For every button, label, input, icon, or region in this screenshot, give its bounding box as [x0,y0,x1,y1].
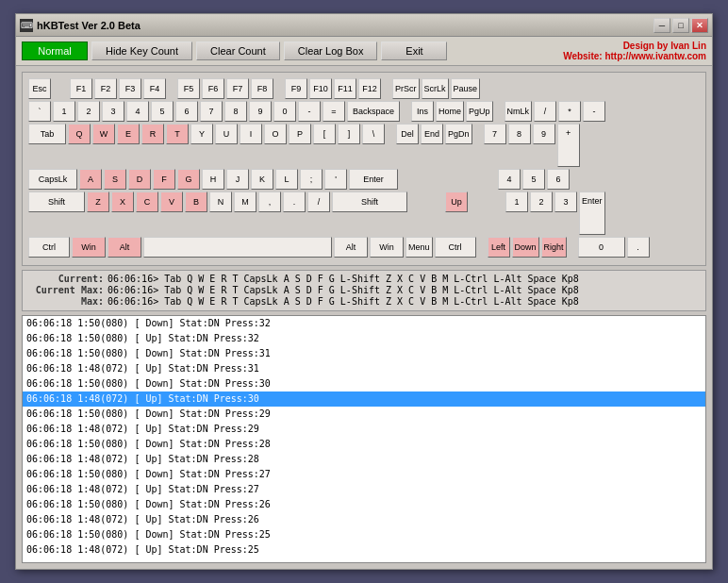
log-line[interactable]: 06:06:18 1:50(080) [ Down] Stat:DN Press… [23,497,705,512]
log-line[interactable]: 06:06:18 1:50(080) [ Down] Stat:DN Press… [23,346,705,361]
key-num-dot[interactable]: . [627,237,650,258]
key-shift-left[interactable]: Shift [28,192,85,212]
key-5[interactable]: 5 [151,101,174,122]
key-equals[interactable]: = [323,101,345,122]
key-f10[interactable]: F10 [309,78,332,99]
key-backslash[interactable]: \ [362,124,385,144]
key-minus[interactable]: - [298,101,321,122]
key-num4[interactable]: 4 [498,169,521,190]
key-f[interactable]: F [153,169,175,190]
clear-log-box-button[interactable]: Clear Log Box [284,42,378,60]
key-num3[interactable]: 3 [554,192,577,212]
clear-count-button[interactable]: Clear Count [196,42,280,60]
log-line[interactable]: 06:06:18 1:48(072) [ Up] Stat:DN Press:2… [23,452,705,467]
key-ins[interactable]: Ins [411,101,434,122]
key-pgup[interactable]: PgUp [466,101,493,122]
key-num7[interactable]: 7 [484,124,506,144]
key-m[interactable]: M [234,192,256,212]
key-2[interactable]: 2 [77,101,100,122]
log-line[interactable]: 06:06:18 1:50(080) [ Up] Stat:DN Press:3… [23,331,705,346]
key-6[interactable]: 6 [175,101,198,122]
log-line[interactable]: 06:06:18 1:48(072) [ Up] Stat:DN Press:2… [23,512,705,527]
key-f8[interactable]: F8 [251,78,273,99]
key-right[interactable]: Right [541,237,567,258]
key-l[interactable]: L [275,169,298,190]
key-numlk[interactable]: NmLk [505,101,533,122]
key-backspace[interactable]: Backspace [347,101,400,122]
key-r[interactable]: R [141,124,164,144]
key-alt-left[interactable]: Alt [108,237,141,258]
key-x[interactable]: X [111,192,134,212]
key-tab[interactable]: Tab [28,124,66,144]
normal-button[interactable]: Normal [22,42,88,60]
key-c[interactable]: C [136,192,158,212]
key-num-enter[interactable]: Enter [579,192,605,235]
key-f9[interactable]: F9 [285,78,307,99]
key-ctrl-right[interactable]: Ctrl [435,237,476,258]
hide-key-count-button[interactable]: Hide Key Count [91,42,192,60]
close-button[interactable]: ✕ [691,18,708,33]
key-home[interactable]: Home [436,101,464,122]
log-line[interactable]: 06:06:18 1:50(080) [ Down] Stat:DN Press… [23,467,705,482]
key-s[interactable]: S [104,169,126,190]
key-1[interactable]: 1 [53,101,75,122]
log-line[interactable]: 06:06:18 1:50(080) [ Down] Stat:DN Press… [23,376,705,391]
key-slash[interactable]: / [307,192,330,212]
key-h[interactable]: H [202,169,224,190]
key-j[interactable]: J [226,169,249,190]
key-f3[interactable]: F3 [119,78,141,99]
key-pgdn[interactable]: PgDn [445,124,472,144]
key-end[interactable]: End [421,124,443,144]
key-lbracket[interactable]: [ [313,124,336,144]
key-quote[interactable]: ' [324,169,347,190]
key-o[interactable]: O [264,124,287,144]
key-f12[interactable]: F12 [358,78,381,99]
key-4[interactable]: 4 [126,101,149,122]
key-num2[interactable]: 2 [530,192,553,212]
minimize-button[interactable]: ─ [654,18,670,33]
key-f6[interactable]: F6 [202,78,224,99]
key-num9[interactable]: 9 [533,124,555,144]
key-win-left[interactable]: Win [72,237,106,258]
key-backtick[interactable]: ` [28,101,51,122]
key-i[interactable]: I [240,124,262,144]
log-line[interactable]: 06:06:18 1:48(072) [ Up] Stat:DN Press:2… [23,422,705,437]
key-b[interactable]: B [185,192,207,212]
key-rbracket[interactable]: ] [338,124,360,144]
key-f5[interactable]: F5 [177,78,200,99]
key-0[interactable]: 0 [273,101,296,122]
key-f2[interactable]: F2 [94,78,117,99]
key-f1[interactable]: F1 [70,78,92,99]
key-num0[interactable]: 0 [578,237,625,258]
key-menu[interactable]: Menu [405,237,433,258]
key-num1[interactable]: 1 [505,192,528,212]
key-a[interactable]: A [79,169,102,190]
key-num-plus[interactable]: + [557,124,580,167]
key-enter[interactable]: Enter [349,169,398,190]
key-pause[interactable]: Pause [451,78,481,99]
key-t[interactable]: T [166,124,189,144]
log-line[interactable]: 06:06:18 1:50(080) [ Down] Stat:DN Press… [23,407,705,422]
log-line[interactable]: 06:06:18 1:48(072) [ Up] Stat:DN Press:3… [23,361,705,376]
key-f11[interactable]: F11 [334,78,356,99]
log-line[interactable]: 06:06:18 1:50(080) [ Down] Stat:DN Press… [23,437,705,452]
key-v[interactable]: V [160,192,183,212]
key-y[interactable]: Y [190,124,213,144]
key-3[interactable]: 3 [102,101,124,122]
key-down[interactable]: Down [512,237,539,258]
key-capslock[interactable]: CapsLk [28,169,77,190]
key-w[interactable]: W [92,124,115,144]
key-prscr[interactable]: PrScr [392,78,420,99]
key-left[interactable]: Left [488,237,510,258]
key-d[interactable]: D [128,169,151,190]
key-n[interactable]: N [209,192,232,212]
key-num5[interactable]: 5 [522,169,545,190]
maximize-button[interactable]: □ [672,18,689,33]
key-ctrl-left[interactable]: Ctrl [28,237,70,258]
log-line[interactable]: 06:06:18 1:48(072) [ Up] Stat:DN Press:2… [23,482,705,497]
log-line[interactable]: 06:06:18 1:48(072) [ Up] Stat:DN Press:3… [23,391,705,407]
key-win-right[interactable]: Win [370,237,404,258]
key-del[interactable]: Del [396,124,419,144]
key-7[interactable]: 7 [200,101,223,122]
key-q[interactable]: Q [68,124,91,144]
